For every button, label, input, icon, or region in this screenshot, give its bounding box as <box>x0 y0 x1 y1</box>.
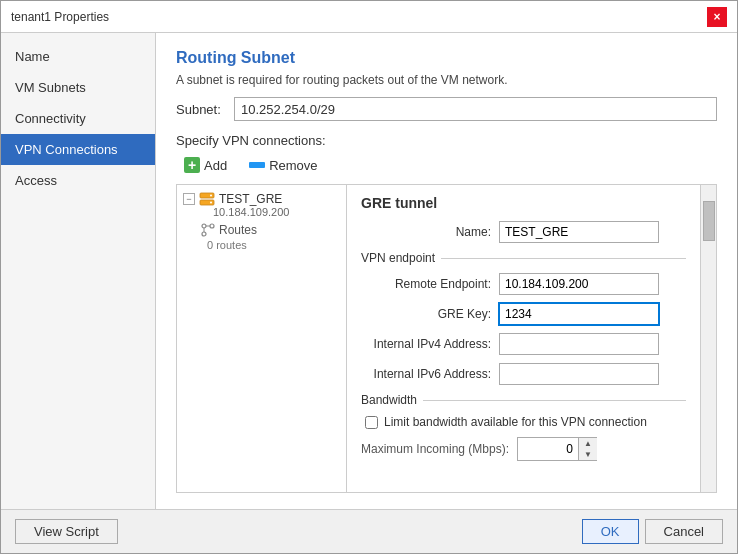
remote-endpoint-label: Remote Endpoint: <box>361 277 491 291</box>
ok-button[interactable]: OK <box>582 519 639 544</box>
vpn-area: − TEST_GRE 10.184.109.200 <box>176 184 717 493</box>
gre-key-input[interactable] <box>499 303 659 325</box>
detail-title: GRE tunnel <box>361 195 686 211</box>
bandwidth-label: Bandwidth <box>361 393 417 407</box>
server-icon <box>199 192 215 206</box>
title-bar: tenant1 Properties × <box>1 1 737 33</box>
vpn-endpoint-label: VPN endpoint <box>361 251 435 265</box>
svg-point-4 <box>202 224 206 228</box>
form-row-gre-key: GRE Key: <box>361 303 686 325</box>
subnet-label: Subnet: <box>176 102 226 117</box>
add-button[interactable]: + Add <box>176 154 235 176</box>
detail-panel: GRE tunnel Name: VPN endpoint Remote End… <box>347 185 700 492</box>
vpn-toolbar: + Add Remove <box>176 154 717 176</box>
sidebar-item-connectivity[interactable]: Connectivity <box>1 103 155 134</box>
name-input[interactable] <box>499 221 659 243</box>
max-incoming-spinner: ▲ ▼ <box>517 437 597 461</box>
sidebar-item-access[interactable]: Access <box>1 165 155 196</box>
tree-node-name: TEST_GRE <box>219 192 282 206</box>
form-row-ipv6: Internal IPv6 Address: <box>361 363 686 385</box>
svg-point-3 <box>210 202 212 204</box>
footer: View Script OK Cancel <box>1 509 737 553</box>
close-button[interactable]: × <box>707 7 727 27</box>
vpn-tree: − TEST_GRE 10.184.109.200 <box>177 185 347 492</box>
sidebar-item-name[interactable]: Name <box>1 41 155 72</box>
ipv6-label: Internal IPv6 Address: <box>361 367 491 381</box>
scrollbar-thumb[interactable] <box>703 201 715 241</box>
remove-button[interactable]: Remove <box>241 155 325 176</box>
bandwidth-checkbox-row: Limit bandwidth available for this VPN c… <box>365 415 686 429</box>
sidebar: Name VM Subnets Connectivity VPN Connect… <box>1 33 156 509</box>
gre-key-label: GRE Key: <box>361 307 491 321</box>
scrollbar <box>700 185 716 492</box>
max-incoming-input[interactable] <box>518 438 578 460</box>
spinner-down-button[interactable]: ▼ <box>579 449 597 460</box>
tree-node-ip: 10.184.109.200 <box>213 206 340 218</box>
sidebar-item-vm-subnets[interactable]: VM Subnets <box>1 72 155 103</box>
name-label: Name: <box>361 225 491 239</box>
bandwidth-checkbox[interactable] <box>365 416 378 429</box>
subnet-row: Subnet: <box>176 97 717 121</box>
add-icon: + <box>184 157 200 173</box>
routes-count: 0 routes <box>207 239 346 251</box>
title-bar-text: tenant1 Properties <box>11 10 109 24</box>
add-label: Add <box>204 158 227 173</box>
routes-icon <box>201 223 215 237</box>
svg-point-2 <box>210 195 212 197</box>
ipv6-input[interactable] <box>499 363 659 385</box>
tree-expand-icon[interactable]: − <box>183 193 195 205</box>
dialog-window: tenant1 Properties × Name VM Subnets Con… <box>0 0 738 554</box>
remove-label: Remove <box>269 158 317 173</box>
svg-point-6 <box>202 232 206 236</box>
tree-node-test-gre[interactable]: − TEST_GRE 10.184.109.200 <box>177 189 346 221</box>
max-incoming-label: Maximum Incoming (Mbps): <box>361 442 509 456</box>
section-desc: A subnet is required for routing packets… <box>176 73 717 87</box>
bandwidth-check-label: Limit bandwidth available for this VPN c… <box>384 415 647 429</box>
max-incoming-row: Maximum Incoming (Mbps): ▲ ▼ <box>361 437 686 461</box>
sidebar-item-vpn-connections[interactable]: VPN Connections <box>1 134 155 165</box>
spinner-up-button[interactable]: ▲ <box>579 438 597 449</box>
cancel-button[interactable]: Cancel <box>645 519 723 544</box>
form-row-name: Name: <box>361 221 686 243</box>
view-script-button[interactable]: View Script <box>15 519 118 544</box>
subnet-input[interactable] <box>234 97 717 121</box>
main-content: Routing Subnet A subnet is required for … <box>156 33 737 509</box>
tree-child-routes[interactable]: Routes <box>197 221 346 239</box>
form-row-remote-endpoint: Remote Endpoint: <box>361 273 686 295</box>
vpn-specify-label: Specify VPN connections: <box>176 133 717 148</box>
form-row-ipv4: Internal IPv4 Address: <box>361 333 686 355</box>
ipv4-label: Internal IPv4 Address: <box>361 337 491 351</box>
section-title: Routing Subnet <box>176 49 717 67</box>
remove-icon <box>249 162 265 168</box>
routes-label: Routes <box>219 223 257 237</box>
svg-point-5 <box>210 224 214 228</box>
ipv4-input[interactable] <box>499 333 659 355</box>
footer-right: OK Cancel <box>582 519 723 544</box>
bandwidth-divider: Bandwidth <box>361 393 686 407</box>
remote-endpoint-input[interactable] <box>499 273 659 295</box>
dialog-body: Name VM Subnets Connectivity VPN Connect… <box>1 33 737 509</box>
vpn-endpoint-divider: VPN endpoint <box>361 251 686 265</box>
